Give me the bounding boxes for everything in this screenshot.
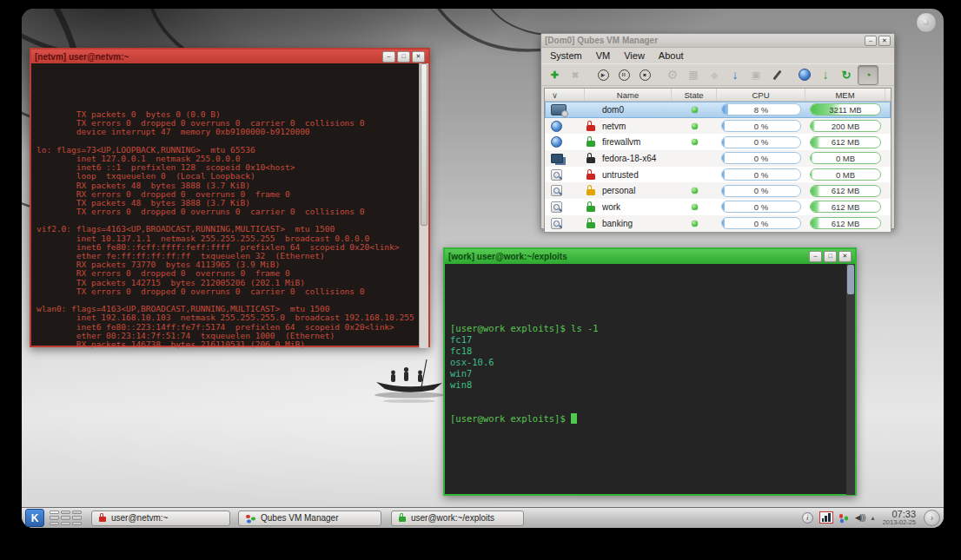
vm-settings-icon[interactable] xyxy=(663,66,682,84)
tray-expand-icon[interactable] xyxy=(872,514,875,522)
vm-row[interactable]: work 0 % 612 MB xyxy=(545,199,891,215)
terminal-line: TX errors 0 dropped 0 overruns 0 carrier… xyxy=(36,287,414,296)
scrollbar[interactable] xyxy=(419,63,428,348)
vm-row[interactable]: fedora-18-x64 0 % 0 MB xyxy=(545,150,891,167)
workspace-cell[interactable] xyxy=(61,516,70,520)
boat-silhouette xyxy=(374,359,444,403)
menu-item[interactable]: VM xyxy=(596,50,611,61)
panel-hide-icon[interactable] xyxy=(924,510,940,526)
taskbar: K user@netvm:~ Qubes VM Manager user@wor… xyxy=(22,507,944,528)
taskbar-item-work-terminal[interactable]: user@work:~/exploits xyxy=(391,511,524,526)
volume-icon[interactable] xyxy=(855,513,865,522)
run-command-icon[interactable] xyxy=(767,66,786,84)
workspace-cell[interactable] xyxy=(50,511,59,515)
workspace-cell[interactable] xyxy=(61,511,70,515)
work-prompt-line: [user@work exploits]$ xyxy=(450,413,841,425)
taskbar-item-vm-manager[interactable]: Qubes VM Manager xyxy=(238,511,381,526)
vm-row[interactable]: dom0 8 % 3211 MB xyxy=(545,102,891,118)
terminal-line: win8 xyxy=(450,379,841,391)
workspace-pager[interactable] xyxy=(50,511,82,526)
vm-row[interactable]: personal 0 % 612 MB xyxy=(545,182,891,199)
increase-memory-icon[interactable] xyxy=(726,66,745,84)
netvm-terminal-output[interactable]: TX packets 0 bytes 0 (0.0 B) TX errors 0… xyxy=(31,63,428,348)
vm-type-icon xyxy=(551,185,562,196)
terminal-line: fc18 xyxy=(450,346,841,357)
scrollbar[interactable] xyxy=(846,264,855,495)
create-vm-icon[interactable] xyxy=(545,66,564,84)
cpu-bar: 0 % xyxy=(721,185,801,197)
cpu-value: 0 % xyxy=(722,186,800,196)
netvm-window-title: [netvm] user@netvm:~ xyxy=(35,52,129,62)
mem-bar: 200 MB xyxy=(810,120,881,132)
minimize-icon[interactable]: – xyxy=(382,51,395,63)
terminal-line: RX packets 146738 bytes 216110531 (206.0… xyxy=(36,340,414,348)
close-icon[interactable]: ✕ xyxy=(878,36,891,46)
pause-vm-icon[interactable] xyxy=(614,66,633,84)
minimize-icon[interactable]: – xyxy=(809,251,822,262)
vm-row[interactable]: untrusted 0 % 0 MB xyxy=(545,167,891,183)
column-header-state[interactable]: State xyxy=(672,89,717,101)
mem-value: 0 MB xyxy=(811,169,880,180)
close-icon[interactable]: ✕ xyxy=(412,51,425,63)
menu-item[interactable]: System xyxy=(550,50,582,61)
scrollbar-thumb[interactable] xyxy=(847,265,854,294)
remove-vm-icon[interactable] xyxy=(566,66,585,84)
menu-item[interactable]: About xyxy=(659,50,684,61)
workspace-cell[interactable] xyxy=(72,511,82,515)
app-launcher-icon[interactable]: K xyxy=(25,509,44,527)
vm-row[interactable]: firewallvm 0 % 612 MB xyxy=(545,134,891,150)
vm-name: work xyxy=(602,202,620,212)
clock[interactable]: 07:33 2013-02-25 xyxy=(883,510,916,526)
update-vm-icon[interactable] xyxy=(816,66,835,84)
mem-value: 200 MB xyxy=(811,121,880,131)
column-header-cpu[interactable]: CPU xyxy=(717,89,805,101)
vm-name: firewallvm xyxy=(602,137,640,147)
close-icon[interactable]: ✕ xyxy=(838,251,852,262)
network-signal-icon[interactable] xyxy=(819,511,833,524)
menu-item[interactable]: View xyxy=(624,50,645,61)
work-titlebar[interactable]: [work] user@work:~/exploits – □ ✕ xyxy=(445,249,855,264)
info-icon[interactable]: i xyxy=(802,512,813,524)
sort-indicator-icon[interactable]: ∨ xyxy=(545,89,585,101)
open-console-icon[interactable] xyxy=(746,66,765,84)
shutdown-vm-icon[interactable] xyxy=(635,66,654,84)
clock-date: 2013-02-25 xyxy=(883,519,916,526)
mem-value: 3211 MB xyxy=(811,104,880,115)
netvm-titlebar[interactable]: [netvm] user@netvm:~ – □ ✕ xyxy=(31,49,428,63)
maximize-icon[interactable]: □ xyxy=(397,51,410,63)
terminal-line: [user@work exploits]$ ls -1 xyxy=(450,323,841,334)
mem-value: 612 MB xyxy=(811,137,880,148)
vm-type-icon xyxy=(551,218,562,229)
start-vm-icon[interactable] xyxy=(593,66,613,84)
maximize-icon[interactable]: □ xyxy=(824,251,837,262)
clone-vm-icon[interactable] xyxy=(705,66,724,84)
scrollbar-thumb[interactable] xyxy=(421,63,427,226)
terminal-line: osx-10.6 xyxy=(450,357,841,368)
toggle-graphs-icon[interactable] xyxy=(858,65,878,85)
taskbar-item-netvm-terminal[interactable]: user@netvm:~ xyxy=(91,511,230,526)
workspace-cell[interactable] xyxy=(72,522,82,526)
column-header-name[interactable]: Name xyxy=(585,89,672,101)
refresh-list-icon[interactable] xyxy=(837,66,856,84)
desktop-stage: [netvm] user@netvm:~ – □ ✕ TX packets 0 … xyxy=(0,0,961,560)
work-window-title: [work] user@work:~/exploits xyxy=(448,252,567,261)
workspace-cell[interactable] xyxy=(50,522,59,526)
terminal-line: inet 192.168.10.103 netmask 255.255.255.… xyxy=(36,313,414,322)
mem-bar: 612 MB xyxy=(810,136,881,148)
qubes-tray-icon[interactable] xyxy=(839,513,849,522)
workspace-cell[interactable] xyxy=(72,516,82,520)
edit-appmenus-icon[interactable] xyxy=(684,66,703,84)
global-settings-icon[interactable] xyxy=(795,66,814,84)
mem-bar: 0 MB xyxy=(810,168,881,181)
workspace-cell[interactable] xyxy=(50,516,59,520)
vm-running-icon xyxy=(692,221,698,227)
vm-running-icon xyxy=(692,188,698,194)
workspace-cell[interactable] xyxy=(61,522,70,526)
work-terminal-output[interactable]: [user@work exploits]$ ls -1fc17fc18osx-1… xyxy=(445,264,855,495)
vm-row[interactable]: netvm 0 % 200 MB xyxy=(545,118,891,135)
vm-manager-titlebar[interactable]: [Dom0] Qubes VM Manager – ✕ xyxy=(541,34,894,48)
plasma-toolbox-icon[interactable] xyxy=(916,12,937,33)
column-header-mem[interactable]: MEM xyxy=(805,89,885,101)
minimize-icon[interactable]: – xyxy=(865,36,877,46)
vm-row[interactable]: banking 0 % 612 MB xyxy=(545,215,891,232)
